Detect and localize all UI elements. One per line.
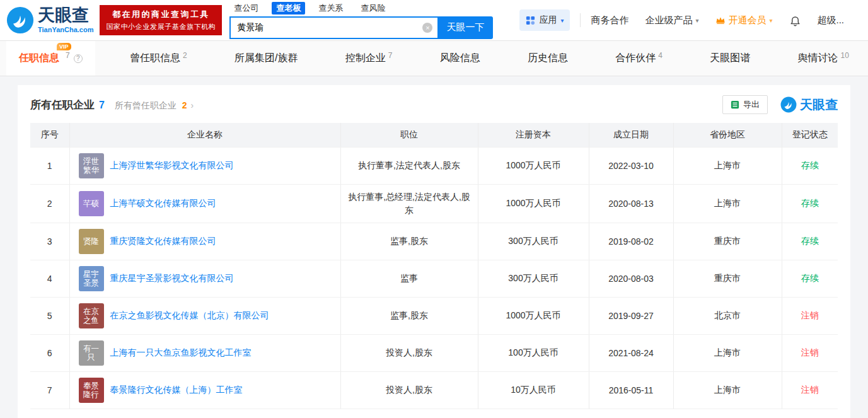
tab-所属集团/族群[interactable]: 所属集团/族群 (222, 41, 310, 76)
tab-任职信息[interactable]: 任职信息VIP7? (6, 41, 95, 76)
tab-风险信息[interactable]: 风险信息 (427, 41, 493, 76)
apps-label: 应用 (539, 15, 557, 26)
tab-label: 任职信息VIP (19, 52, 59, 65)
tab-天眼图谱[interactable]: 天眼图谱 (697, 41, 763, 76)
tab-曾任职信息[interactable]: 曾任职信息2 (117, 41, 200, 76)
status-cell: 注销 (782, 371, 838, 409)
position-cell: 投资人,股东 (340, 334, 478, 371)
help-icon[interactable]: ? (74, 54, 83, 63)
table-body: 1浮世繁华上海浮世繁华影视文化有限公司执行董事,法定代表人,股东1000万人民币… (30, 147, 838, 409)
positions-card: 所有任职企业 7 所有曾任职企业 2 › 导出 天眼查 序 (18, 85, 850, 418)
capital-cell: 300万人民币 (478, 223, 589, 260)
vip-badge: VIP (57, 43, 71, 50)
company-logo-text: 星宇圣景 (83, 270, 100, 287)
clear-icon[interactable]: × (422, 23, 432, 33)
region-cell: 上海市 (673, 371, 782, 409)
company-cell: 奉景隆行奉景隆行文化传媒（上海）工作室 (69, 371, 340, 409)
nav-biz-coop[interactable]: 商务合作 (591, 15, 628, 26)
apps-grid-icon (526, 16, 535, 25)
logo-domain: TianYanCha.com (38, 26, 93, 33)
position-cell: 执行董事,总经理,法定代表人,股东 (340, 184, 478, 223)
apps-button[interactable]: 应用 ▾ (519, 9, 570, 31)
table-row: 3贤隆重庆贤隆文化传媒有限公司监事,股东300万人民币2019-08-02重庆市… (30, 223, 838, 260)
tab-label: 曾任职信息 (130, 52, 180, 65)
tab-历史信息[interactable]: 历史信息 (515, 41, 581, 76)
company-link[interactable]: 上海浮世繁华影视文化有限公司 (110, 160, 234, 171)
search-input[interactable] (231, 18, 437, 38)
page-title: 所有任职企业 (30, 98, 95, 112)
status-cell: 存续 (782, 184, 838, 223)
search-tab-查关系[interactable]: 查关系 (314, 2, 347, 15)
capital-cell: 1000万人民币 (478, 147, 589, 184)
search-area: 查公司查老板查关系查风险 × 天眼一下 (229, 2, 493, 39)
company-cell: 芊硕上海芊硕文化传媒有限公司 (69, 184, 340, 223)
logo-title: 天眼查 (38, 7, 93, 24)
company-link[interactable]: 在京之鱼影视文化传媒（北京）有限公司 (110, 310, 269, 322)
table-row: 7奉景隆行奉景隆行文化传媒（上海）工作室投资人,股东10万人民币2016-05-… (30, 371, 838, 409)
nav-open-vip[interactable]: 开通会员 ▾ (715, 15, 773, 26)
company-logo-text: 芊硕 (83, 199, 100, 208)
date-cell: 2021-08-24 (589, 334, 673, 371)
row-index: 1 (30, 147, 69, 184)
company-link[interactable]: 重庆贤隆文化传媒有限公司 (110, 236, 216, 247)
tianyancha-watermark-icon (780, 96, 797, 113)
slogan-line2: 国家中小企业发展子基金旗下机构 (106, 22, 216, 32)
nav-super-vip[interactable]: 超级... (818, 15, 845, 26)
tab-label: 天眼图谱 (710, 52, 750, 65)
export-label: 导出 (743, 99, 760, 110)
tab-label: 所属集团/族群 (234, 52, 298, 65)
date-cell: 2016-05-11 (589, 371, 673, 409)
tab-合作伙伴[interactable]: 合作伙伴4 (603, 41, 675, 76)
tab-控制企业[interactable]: 控制企业7 (333, 41, 405, 76)
company-cell: 浮世繁华上海浮世繁华影视文化有限公司 (69, 147, 340, 184)
search-tab-查公司[interactable]: 查公司 (229, 2, 263, 15)
table-row: 2芊硕上海芊硕文化传媒有限公司执行董事,总经理,法定代表人,股东1000万人民币… (30, 184, 838, 223)
region-cell: 重庆市 (673, 223, 782, 260)
position-cell: 监事,股东 (340, 297, 478, 334)
brand-watermark: 天眼查 (780, 96, 838, 113)
position-cell: 投资人,股东 (340, 371, 478, 409)
tab-label: 控制企业 (345, 52, 386, 65)
section-tab-bar: 任职信息VIP7?曾任职信息2所属集团/族群控制企业7风险信息历史信息合作伙伴4… (0, 40, 868, 76)
search-input-wrap: × (229, 16, 437, 39)
tab-label: 风险信息 (440, 52, 480, 65)
row-index: 3 (30, 223, 69, 260)
tab-舆情讨论[interactable]: 舆情讨论10 (785, 41, 862, 76)
column-header: 省份地区 (673, 123, 782, 147)
column-header: 职位 (340, 123, 478, 147)
capital-cell: 100万人民币 (478, 334, 589, 371)
nav-enterprise-product[interactable]: 企业级产品 ▾ (645, 15, 698, 26)
company-link[interactable]: 上海芊硕文化传媒有限公司 (110, 198, 216, 209)
company-link[interactable]: 上海有一只大鱼京鱼影视文化工作室 (110, 347, 252, 359)
notification-bell-button[interactable] (789, 15, 801, 26)
search-tab-查老板[interactable]: 查老板 (272, 2, 305, 15)
date-cell: 2020-08-03 (589, 260, 673, 297)
nav-open-vip-label: 开通会员 (729, 15, 767, 26)
company-link[interactable]: 奉景隆行文化传媒（上海）工作室 (110, 385, 243, 396)
capital-cell: 1000万人民币 (478, 297, 589, 334)
table-row: 4星宇圣景重庆星宇圣景影视文化有限公司监事300万人民币2020-08-03重庆… (30, 260, 838, 297)
former-positions-link[interactable]: 所有曾任职企业 2 › (115, 100, 194, 112)
tianyancha-logo-icon (6, 6, 34, 34)
tab-count: 2 (183, 51, 187, 60)
tab-label: 历史信息 (528, 52, 568, 65)
column-header: 企业名称 (69, 123, 340, 147)
region-cell: 上海市 (673, 184, 782, 223)
company-name-wrap: 奉景隆行奉景隆行文化传媒（上海）工作室 (79, 378, 335, 403)
search-tab-查风险[interactable]: 查风险 (356, 2, 390, 15)
tianyancha-logo[interactable]: 天眼查 TianYanCha.com (6, 6, 93, 34)
region-cell: 上海市 (673, 147, 782, 184)
company-name-wrap: 贤隆重庆贤隆文化传媒有限公司 (79, 229, 335, 254)
company-logo-text: 在京之鱼 (83, 307, 100, 325)
top-nav: 商务合作 企业级产品 ▾ 开通会员 ▾ 超级... (591, 15, 844, 26)
date-cell: 2022-03-10 (589, 147, 673, 184)
search-button[interactable]: 天眼一下 (437, 16, 493, 39)
chevron-right-icon: › (190, 100, 194, 110)
export-button[interactable]: 导出 (722, 95, 768, 114)
company-logo: 贤隆 (79, 229, 104, 254)
company-link[interactable]: 重庆星宇圣景影视文化有限公司 (110, 273, 234, 284)
capital-cell: 10万人民币 (478, 371, 589, 409)
company-logo-text: 奉景隆行 (83, 381, 100, 399)
tab-count: 7 (66, 51, 70, 60)
position-cell: 监事 (340, 260, 478, 297)
